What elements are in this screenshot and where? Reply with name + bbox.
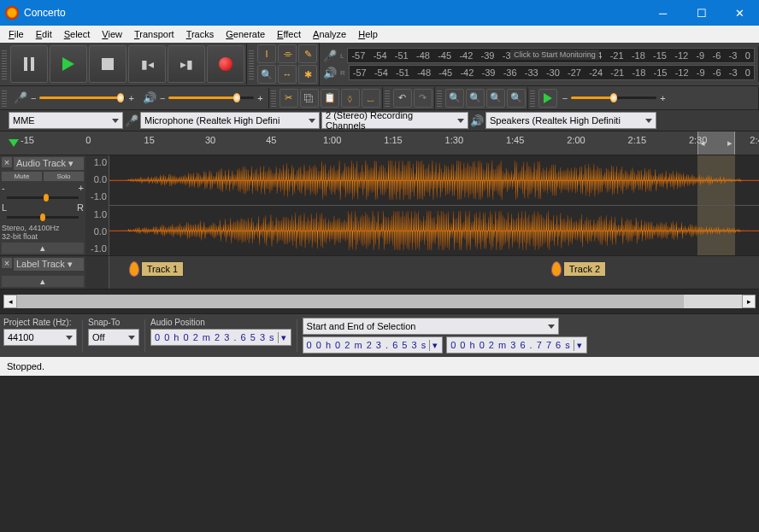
vertical-scale[interactable]: 1.0 0.0 -1.0 1.0 0.0 -1.0 <box>85 155 109 255</box>
copy-button[interactable]: ⿻ <box>300 89 319 108</box>
toolbar-grip[interactable] <box>437 90 442 107</box>
pan-slider[interactable] <box>7 216 79 219</box>
envelope-tool[interactable]: ⌯ <box>278 44 297 63</box>
stop-button[interactable] <box>89 45 126 83</box>
selection-end-field[interactable]: 0 0 h 0 2 m 3 6 . 7 7 6 s▾ <box>446 336 587 354</box>
project-rate-combo[interactable]: 44100 <box>3 329 77 346</box>
track-label[interactable]: Track 1 <box>129 261 184 277</box>
waveform-left[interactable] <box>109 155 759 205</box>
horizontal-scrollbar[interactable]: ◂ ▸ <box>3 295 756 308</box>
menu-analyze[interactable]: Analyze <box>308 27 351 41</box>
toolbar-grip[interactable] <box>271 90 276 107</box>
menu-select[interactable]: Select <box>59 27 96 41</box>
undo-button[interactable]: ↶ <box>393 89 412 108</box>
label-track-body[interactable]: Track 1Track 2 <box>109 256 759 289</box>
cut-button[interactable]: ✂ <box>279 89 298 108</box>
trim-button[interactable]: ⎀ <box>341 89 360 108</box>
record-channels-combo[interactable]: 2 (Stereo) Recording Channels <box>321 112 468 129</box>
snap-to-label: Snap-To <box>88 318 139 327</box>
record-meter[interactable]: -57-54-51-48-45-42-39-36-33-30-27-24-21-… <box>347 48 755 63</box>
fit-project-button[interactable]: 🔍 <box>507 89 526 108</box>
menu-effect[interactable]: Effect <box>272 27 306 41</box>
menu-help[interactable]: Help <box>353 27 383 41</box>
toolbar-grip[interactable] <box>530 90 535 107</box>
menu-transport[interactable]: Transport <box>129 27 179 41</box>
label-text[interactable]: Track 2 <box>563 261 606 277</box>
minimize-button[interactable]: ─ <box>644 0 682 26</box>
scroll-right-button[interactable]: ▸ <box>742 295 756 308</box>
audio-position-label: Audio Position <box>150 318 291 327</box>
waveform-right[interactable] <box>109 206 759 255</box>
record-device-combo[interactable]: Microphone (Realtek High Defini <box>140 112 320 129</box>
label-text[interactable]: Track 1 <box>141 261 184 277</box>
fit-selection-button[interactable]: 🔍 <box>486 89 505 108</box>
paste-button[interactable]: 📋 <box>321 89 339 108</box>
track-format: Stereo, 44100Hz <box>2 224 84 232</box>
close-button[interactable]: ✕ <box>721 0 759 26</box>
audio-position-field[interactable]: 0 0 h 0 2 m 2 3 . 6 5 3 s▾ <box>150 329 291 346</box>
project-rate-label: Project Rate (Hz): <box>3 318 77 327</box>
track-control-panel: × Label Track ▾ ▴ <box>0 256 85 289</box>
toolbar-grip[interactable] <box>2 49 7 79</box>
menu-edit[interactable]: Edit <box>31 27 57 41</box>
menu-tracks[interactable]: Tracks <box>181 27 220 41</box>
titlebar: Concerto ─ ☐ ✕ <box>0 0 759 26</box>
skip-end-button[interactable]: ▸▮ <box>168 45 205 83</box>
selection-mode-combo[interactable]: Start and End of Selection <box>303 318 559 335</box>
play-at-speed-button[interactable] <box>538 89 557 108</box>
toolbar-grip[interactable] <box>2 90 7 107</box>
draw-tool[interactable]: ✎ <box>298 44 317 63</box>
scroll-thumb[interactable] <box>17 295 684 308</box>
track-collapse-button[interactable]: ▴ <box>2 243 84 254</box>
track-control-panel: × Audio Track ▾ Mute Solo -+ LR Stereo, … <box>0 155 85 255</box>
toolbar-row-2: 🎤 − + 🔊 − + ✂ ⿻ 📋 ⎀ ⎵ ↶ ↷ 🔍 🔍 🔍 🔍 <box>0 86 759 110</box>
skip-start-button[interactable]: ▮◂ <box>128 45 166 83</box>
redo-button[interactable]: ↷ <box>414 89 432 108</box>
scroll-left-button[interactable]: ◂ <box>3 295 17 308</box>
pause-button[interactable] <box>10 45 48 83</box>
track-close-button[interactable]: × <box>2 157 12 167</box>
audio-host-combo[interactable]: MME <box>9 112 123 129</box>
play-button[interactable] <box>50 45 87 83</box>
zoom-tool[interactable]: 🔍 <box>257 65 276 84</box>
track-close-button[interactable]: × <box>2 258 12 268</box>
record-button[interactable] <box>207 45 244 83</box>
selection-tool[interactable]: I <box>257 44 276 63</box>
track-name-button[interactable]: Label Track ▾ <box>14 258 84 271</box>
status-text: Stopped. <box>7 361 44 371</box>
zoom-out-button[interactable]: 🔍 <box>466 89 485 108</box>
transport-toolbar: ▮◂ ▸▮ <box>0 44 247 85</box>
mic-icon: 🎤 <box>125 114 138 127</box>
multi-tool[interactable]: ✱ <box>298 65 317 84</box>
maximize-button[interactable]: ☐ <box>682 0 721 26</box>
silence-button[interactable]: ⎵ <box>362 89 380 108</box>
toolbar-grip[interactable] <box>249 49 254 79</box>
label-pin-icon[interactable] <box>551 261 562 277</box>
toolbar-grip[interactable] <box>385 90 390 107</box>
menu-generate[interactable]: Generate <box>221 27 270 41</box>
gain-slider[interactable] <box>7 196 79 199</box>
mic-icon: 🎤 <box>14 91 27 104</box>
menu-file[interactable]: File <box>3 27 29 41</box>
playback-meter[interactable]: -57-54-51-48-45-42-39-36-33-30-27-24-21-… <box>349 65 755 80</box>
solo-button[interactable]: Solo <box>44 172 84 181</box>
menubar: FileEditSelectViewTransportTracksGenerat… <box>0 26 759 43</box>
playback-device-combo[interactable]: Speakers (Realtek High Definiti <box>485 112 656 129</box>
timeline[interactable]: ◂▸ -1501530451:001:151:301:452:002:152:3… <box>0 132 759 155</box>
playback-speed-slider[interactable] <box>571 96 656 99</box>
track-format2: 32-bit float <box>2 232 84 241</box>
speaker-icon: 🔊 <box>470 114 484 127</box>
zoom-in-button[interactable]: 🔍 <box>445 89 464 108</box>
playback-volume-slider[interactable] <box>168 96 254 99</box>
mute-button[interactable]: Mute <box>2 172 42 181</box>
record-volume-slider[interactable] <box>39 96 125 99</box>
snap-to-combo[interactable]: Off <box>88 329 139 346</box>
label-pin-icon[interactable] <box>129 261 139 277</box>
timeshift-tool[interactable]: ↔ <box>278 65 297 84</box>
label-track: × Label Track ▾ ▴ Track 1Track 2 <box>0 256 759 289</box>
track-collapse-button[interactable]: ▴ <box>2 276 84 287</box>
menu-view[interactable]: View <box>97 27 127 41</box>
track-label[interactable]: Track 2 <box>551 261 606 277</box>
track-name-button[interactable]: Audio Track ▾ <box>14 157 84 170</box>
selection-start-field[interactable]: 0 0 h 0 2 m 2 3 . 6 5 3 s▾ <box>303 336 444 354</box>
